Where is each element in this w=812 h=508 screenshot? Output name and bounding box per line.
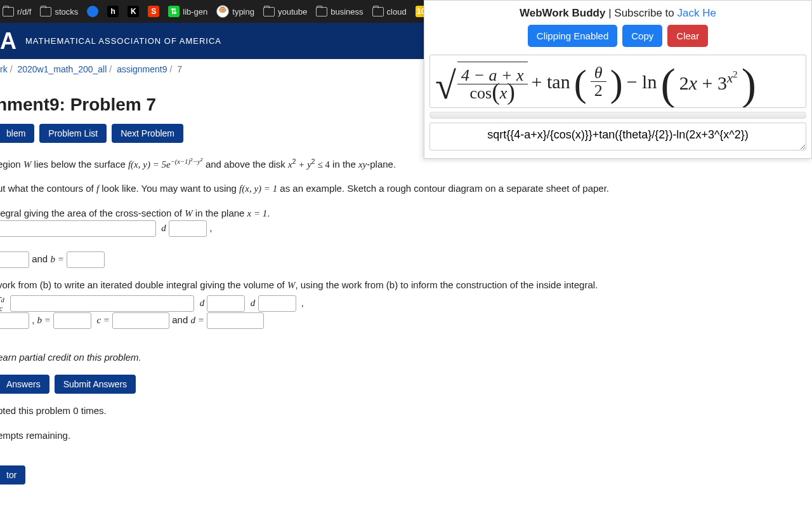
partial-credit-note: earn partial credit on this problem. — [0, 351, 721, 365]
integrand-input-c[interactable] — [10, 295, 194, 312]
favicon-icon: h — [107, 6, 119, 17]
favicon-icon — [87, 6, 98, 17]
folder-icon — [3, 7, 14, 17]
favicon-icon: 🐵 — [216, 5, 229, 18]
submit-answers-button[interactable]: Submit Answers — [55, 375, 136, 394]
formula-input[interactable] — [429, 123, 806, 150]
copy-button[interactable]: Copy — [622, 25, 662, 47]
bc-root[interactable]: rk — [0, 64, 8, 74]
folder-icon — [40, 7, 51, 17]
editor-button[interactable]: tor — [0, 465, 25, 485]
a-input-b[interactable] — [0, 251, 29, 268]
maa-logo: A — [0, 28, 16, 55]
c-input-c[interactable] — [112, 312, 169, 329]
bookmark-item[interactable]: ⇅lib-gen — [168, 6, 207, 17]
dvar2-input-c[interactable] — [258, 295, 296, 312]
math-preview: √ 4 − a + x cos(x) + tan ( θ2 ) − ln ( 2… — [429, 55, 806, 108]
bc-problem: 7 — [177, 64, 182, 74]
dvar1-input-c[interactable] — [207, 295, 245, 312]
attempts-used: pted this problem 0 times. — [0, 404, 721, 418]
panel-title: WebWork Buddy | Subscribe to Jack He — [424, 7, 811, 20]
preview-answers-button[interactable]: Answers — [0, 375, 49, 394]
bookmark-item[interactable]: K — [128, 6, 139, 17]
bookmark-item[interactable]: youtube — [263, 7, 307, 17]
bookmark-item[interactable]: S — [148, 6, 159, 17]
bookmark-item[interactable] — [87, 6, 98, 17]
clear-button[interactable]: Clear — [667, 25, 708, 47]
favicon-icon: S — [148, 6, 159, 17]
a-input-c[interactable] — [0, 312, 29, 329]
bookmark-item[interactable]: r/d/f — [3, 7, 31, 17]
problem-body: egion W lies below the surface f(x, y) =… — [0, 156, 721, 485]
problem-part-b: tegral giving the area of the cross-sect… — [0, 206, 721, 268]
b-input-b[interactable] — [67, 251, 105, 268]
dvar-input-b[interactable] — [169, 220, 207, 237]
bookmark-item[interactable]: stocks — [40, 7, 78, 17]
problem-part-c: vork from (b) to write an iterated doubl… — [0, 278, 721, 329]
bookmark-item[interactable]: business — [316, 7, 363, 17]
bookmark-item[interactable]: cloud — [372, 7, 407, 17]
b-input-c[interactable] — [53, 312, 91, 329]
favicon-icon: ⇅ — [168, 6, 180, 17]
folder-icon — [316, 7, 327, 17]
favicon-icon: K — [128, 6, 139, 17]
clipping-toggle-button[interactable]: Clipping Enabled — [528, 25, 617, 47]
folder-icon — [263, 7, 275, 17]
bookmark-item[interactable]: 🐵typing — [216, 5, 254, 18]
integrand-input-b[interactable] — [0, 220, 156, 237]
attempts-remaining: empts remaining. — [0, 429, 721, 443]
problem-list-button[interactable]: Problem List — [39, 124, 107, 143]
bookmark-item[interactable]: h — [107, 6, 119, 17]
d-input-c[interactable] — [207, 312, 264, 329]
folder-icon — [372, 7, 384, 17]
bc-assignment[interactable]: assignment9 — [117, 64, 167, 74]
math-scrollbar[interactable] — [429, 112, 806, 119]
webwork-buddy-panel: WebWork Buddy | Subscribe to Jack He Cli… — [424, 0, 812, 159]
subscribe-link[interactable]: Jack He — [678, 7, 716, 19]
prev-problem-button[interactable]: blem — [0, 124, 34, 143]
maa-text: MATHEMATICAL ASSOCIATION OF AMERICA — [25, 36, 221, 46]
next-problem-button[interactable]: Next Problem — [112, 124, 183, 143]
problem-line-2: ut what the contours of f look like. You… — [0, 182, 721, 196]
panel-buttons: Clipping Enabled Copy Clear — [424, 25, 811, 47]
bc-course[interactable]: 2020w1_math_200_all — [17, 64, 107, 74]
